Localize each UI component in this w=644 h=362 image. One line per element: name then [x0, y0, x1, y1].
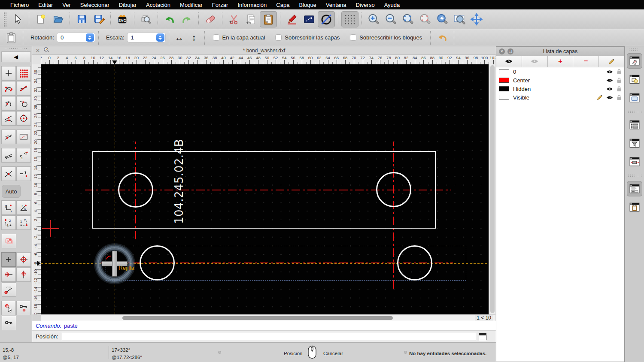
- menu-dibujar[interactable]: Dibujar: [114, 2, 141, 8]
- laser-dock-button[interactable]: [627, 154, 642, 169]
- scrollbar-thumb[interactable]: [490, 65, 495, 313]
- lock-button[interactable]: [2, 316, 16, 330]
- eye-icon[interactable]: [606, 78, 613, 83]
- snap-distance-button[interactable]: [1, 130, 16, 144]
- layer-row[interactable]: Center: [496, 76, 624, 84]
- clipboard-button[interactable]: [3, 30, 20, 46]
- menu-modificar[interactable]: Modificar: [175, 2, 207, 8]
- filter-dock-button[interactable]: [627, 136, 642, 151]
- block-list-dock-button[interactable]: [627, 72, 642, 87]
- snap-auto-button[interactable]: Auto: [2, 185, 21, 198]
- snap-endpoints-button[interactable]: [1, 81, 16, 96]
- new-document-button[interactable]: [32, 11, 49, 27]
- hole-circle[interactable]: [118, 172, 153, 208]
- menu-seleccionar[interactable]: Seleccionar: [76, 2, 114, 8]
- grid-toggle-button[interactable]: [341, 11, 358, 27]
- flip-vertical-icon[interactable]: ↕: [187, 33, 201, 43]
- cut-button[interactable]: [225, 11, 243, 27]
- relative-point-1-button[interactable]: 12: [1, 215, 16, 230]
- set-relative-zero-button[interactable]: [16, 252, 31, 267]
- snap-tangent-button[interactable]: [16, 96, 31, 111]
- part-number-text[interactable]: 104.245.02.4B: [173, 147, 185, 224]
- lock-icon[interactable]: [617, 94, 622, 100]
- menu-bloque[interactable]: Bloque: [294, 2, 321, 8]
- checkbox-icon[interactable]: [350, 34, 356, 41]
- library-browser-dock-button[interactable]: [627, 90, 642, 106]
- layer-row-current[interactable]: Visible: [496, 93, 624, 102]
- menu-diverso[interactable]: Diverso: [351, 2, 380, 8]
- menu-informacion[interactable]: Información: [233, 2, 271, 8]
- detach-command-widget-icon[interactable]: [479, 333, 486, 340]
- layer-color-swatch[interactable]: [499, 86, 509, 91]
- snap-middle-button[interactable]: [1, 111, 16, 126]
- snap-nearest-button[interactable]: [1, 96, 16, 111]
- paste-button[interactable]: [260, 11, 277, 27]
- drag-handle[interactable]: [628, 48, 641, 51]
- coordinate-polar-button[interactable]: ra: [16, 200, 31, 215]
- undo-button[interactable]: [161, 11, 178, 27]
- snap-intersection-manual-button[interactable]: [16, 130, 31, 144]
- angle-snap-button[interactable]: [2, 282, 16, 297]
- menu-ver[interactable]: Ver: [58, 2, 76, 8]
- lock-icon[interactable]: [617, 69, 622, 75]
- restrict-nothing-button[interactable]: [16, 166, 31, 181]
- menu-ayuda[interactable]: Ayuda: [380, 2, 405, 8]
- zoom-out-button[interactable]: [382, 11, 399, 27]
- horizontal-scrollbar[interactable]: 1 < 10: [41, 314, 495, 321]
- relative-point-2-button[interactable]: 12: [16, 215, 31, 230]
- pen-attributes-button[interactable]: [283, 11, 301, 27]
- redo-button[interactable]: [178, 11, 195, 27]
- rotation-spinner[interactable]: 0: [57, 33, 95, 42]
- scrollbar-thumb[interactable]: [122, 316, 393, 320]
- layer-color-swatch[interactable]: [499, 78, 509, 83]
- checkbox-overwrite-blocks[interactable]: Sobreescribir los bloques: [350, 34, 422, 41]
- stepper-icon[interactable]: [156, 33, 164, 42]
- edit-layer-button[interactable]: [599, 56, 624, 67]
- measure-distance-button[interactable]: [301, 11, 318, 27]
- hide-all-layers-button[interactable]: [522, 56, 548, 67]
- clipboard-dock-button[interactable]: [627, 199, 642, 215]
- save-button[interactable]: [73, 11, 90, 27]
- checkbox-icon[interactable]: [275, 34, 282, 41]
- reset-button[interactable]: [434, 30, 451, 46]
- layer-color-swatch[interactable]: [499, 69, 509, 74]
- lock-icon[interactable]: [617, 77, 622, 83]
- hole-circle[interactable]: [376, 172, 411, 207]
- snap-on-entity-button[interactable]: [16, 81, 31, 96]
- hole-circle[interactable]: [397, 245, 432, 281]
- select-reference-button[interactable]: [1, 301, 16, 315]
- layer-row[interactable]: 0: [496, 67, 624, 76]
- drag-handle[interactable]: [4, 48, 28, 50]
- stepper-icon[interactable]: [86, 33, 94, 42]
- add-layer-button[interactable]: +: [548, 56, 574, 67]
- entity-list-dock-button[interactable]: [627, 117, 642, 133]
- zoom-auto-button[interactable]: [399, 11, 416, 27]
- command-line-dock-button[interactable]: [627, 181, 642, 196]
- zoom-window-button[interactable]: [451, 11, 468, 27]
- show-all-layers-button[interactable]: [496, 56, 522, 67]
- menu-forzar[interactable]: Forzar: [207, 2, 233, 8]
- print-preview-button[interactable]: [137, 11, 155, 27]
- pan-button[interactable]: [468, 11, 485, 27]
- close-tab-icon[interactable]: ✕: [36, 48, 40, 54]
- menu-fichero[interactable]: Fichero: [6, 2, 33, 8]
- tab-zoom-icon[interactable]: [43, 47, 50, 54]
- hole-circle[interactable]: [140, 245, 175, 281]
- snap-center-button[interactable]: [16, 111, 31, 126]
- save-as-button[interactable]: [90, 11, 107, 27]
- zoom-in-button[interactable]: [365, 11, 382, 27]
- drag-handle[interactable]: [3, 12, 7, 27]
- export-svg-button[interactable]: SVG: [114, 11, 131, 27]
- checkbox-icon[interactable]: [213, 34, 219, 41]
- coordinate-cartesian-button[interactable]: yx: [1, 200, 16, 215]
- snap-free-button[interactable]: [1, 66, 16, 81]
- vertical-scrollbar[interactable]: [489, 64, 495, 314]
- delete-button[interactable]: [202, 11, 219, 27]
- zoom-previous-button[interactable]: [434, 11, 451, 27]
- eye-icon[interactable]: [606, 95, 613, 100]
- menu-capa[interactable]: Capa: [271, 2, 294, 8]
- eye-icon[interactable]: [606, 69, 613, 74]
- layer-list-dock-button[interactable]: [627, 53, 642, 69]
- menu-ventana[interactable]: Ventana: [321, 2, 351, 8]
- snap-free-small-button[interactable]: [1, 252, 16, 267]
